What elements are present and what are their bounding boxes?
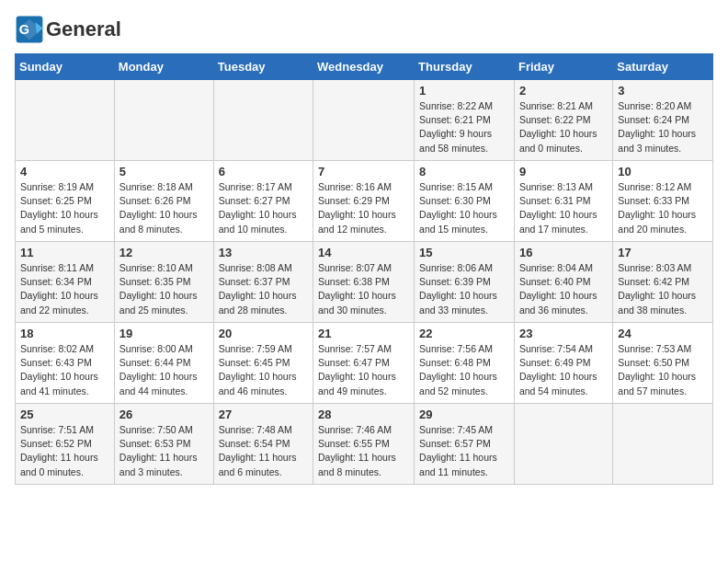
header: G General (15, 15, 713, 44)
day-info: Sunrise: 7:51 AM Sunset: 6:52 PM Dayligh… (20, 423, 109, 479)
weekday-header-thursday: Thursday (415, 54, 515, 80)
day-info: Sunrise: 8:07 AM Sunset: 6:38 PM Dayligh… (318, 261, 409, 317)
day-cell-20: 20Sunrise: 7:59 AM Sunset: 6:45 PM Dayli… (213, 323, 313, 404)
day-cell-11: 11Sunrise: 8:11 AM Sunset: 6:34 PM Dayli… (16, 242, 115, 323)
day-info: Sunrise: 7:56 AM Sunset: 6:48 PM Dayligh… (419, 342, 509, 398)
day-number: 10 (618, 165, 708, 178)
day-cell-15: 15Sunrise: 8:06 AM Sunset: 6:39 PM Dayli… (415, 242, 515, 323)
svg-text:G: G (19, 22, 29, 37)
day-cell-empty (114, 80, 213, 161)
day-number: 11 (20, 246, 109, 259)
day-info: Sunrise: 8:10 AM Sunset: 6:35 PM Dayligh… (119, 261, 209, 317)
day-number: 5 (119, 165, 209, 178)
day-cell-empty (313, 80, 415, 161)
day-info: Sunrise: 7:48 AM Sunset: 6:54 PM Dayligh… (219, 423, 308, 479)
day-info: Sunrise: 7:46 AM Sunset: 6:55 PM Dayligh… (318, 423, 409, 479)
logo-text: General (46, 19, 121, 40)
day-number: 18 (20, 327, 109, 340)
day-number: 7 (318, 165, 409, 178)
day-cell-empty (16, 80, 115, 161)
weekday-header-sunday: Sunday (16, 54, 115, 80)
day-number: 14 (318, 246, 409, 259)
day-number: 12 (119, 246, 209, 259)
day-number: 26 (119, 408, 209, 421)
day-number: 23 (519, 327, 608, 340)
weekday-header-friday: Friday (514, 54, 612, 80)
day-info: Sunrise: 8:15 AM Sunset: 6:30 PM Dayligh… (419, 180, 509, 236)
day-cell-27: 27Sunrise: 7:48 AM Sunset: 6:54 PM Dayli… (213, 404, 313, 485)
day-cell-13: 13Sunrise: 8:08 AM Sunset: 6:37 PM Dayli… (213, 242, 313, 323)
day-cell-18: 18Sunrise: 8:02 AM Sunset: 6:43 PM Dayli… (16, 323, 115, 404)
day-cell-10: 10Sunrise: 8:12 AM Sunset: 6:33 PM Dayli… (613, 161, 713, 242)
day-number: 21 (318, 327, 409, 340)
day-info: Sunrise: 8:03 AM Sunset: 6:42 PM Dayligh… (618, 261, 708, 317)
day-cell-14: 14Sunrise: 8:07 AM Sunset: 6:38 PM Dayli… (313, 242, 415, 323)
day-number: 25 (20, 408, 109, 421)
day-cell-29: 29Sunrise: 7:45 AM Sunset: 6:57 PM Dayli… (415, 404, 515, 485)
day-number: 8 (419, 165, 509, 178)
calendar-table: SundayMondayTuesdayWednesdayThursdayFrid… (15, 53, 713, 485)
day-number: 20 (219, 327, 308, 340)
day-cell-19: 19Sunrise: 8:00 AM Sunset: 6:44 PM Dayli… (114, 323, 213, 404)
day-number: 27 (219, 408, 308, 421)
day-cell-7: 7Sunrise: 8:16 AM Sunset: 6:29 PM Daylig… (313, 161, 415, 242)
day-cell-12: 12Sunrise: 8:10 AM Sunset: 6:35 PM Dayli… (114, 242, 213, 323)
day-cell-24: 24Sunrise: 7:53 AM Sunset: 6:50 PM Dayli… (613, 323, 713, 404)
day-info: Sunrise: 8:20 AM Sunset: 6:24 PM Dayligh… (618, 99, 708, 155)
day-number: 19 (119, 327, 209, 340)
day-info: Sunrise: 8:04 AM Sunset: 6:40 PM Dayligh… (519, 261, 608, 317)
day-cell-3: 3Sunrise: 8:20 AM Sunset: 6:24 PM Daylig… (613, 80, 713, 161)
weekday-header-tuesday: Tuesday (213, 54, 313, 80)
day-info: Sunrise: 8:00 AM Sunset: 6:44 PM Dayligh… (119, 342, 209, 398)
day-number: 16 (519, 246, 608, 259)
week-row-3: 11Sunrise: 8:11 AM Sunset: 6:34 PM Dayli… (16, 242, 713, 323)
day-info: Sunrise: 7:59 AM Sunset: 6:45 PM Dayligh… (219, 342, 308, 398)
day-number: 29 (419, 408, 509, 421)
day-number: 28 (318, 408, 409, 421)
week-row-2: 4Sunrise: 8:19 AM Sunset: 6:25 PM Daylig… (16, 161, 713, 242)
day-cell-4: 4Sunrise: 8:19 AM Sunset: 6:25 PM Daylig… (16, 161, 115, 242)
day-info: Sunrise: 8:02 AM Sunset: 6:43 PM Dayligh… (20, 342, 109, 398)
day-cell-21: 21Sunrise: 7:57 AM Sunset: 6:47 PM Dayli… (313, 323, 415, 404)
weekday-header-wednesday: Wednesday (313, 54, 415, 80)
day-cell-26: 26Sunrise: 7:50 AM Sunset: 6:53 PM Dayli… (114, 404, 213, 485)
weekday-header-row: SundayMondayTuesdayWednesdayThursdayFrid… (16, 54, 713, 80)
logo: G General (15, 15, 121, 44)
day-cell-2: 2Sunrise: 8:21 AM Sunset: 6:22 PM Daylig… (514, 80, 612, 161)
day-cell-17: 17Sunrise: 8:03 AM Sunset: 6:42 PM Dayli… (613, 242, 713, 323)
day-cell-9: 9Sunrise: 8:13 AM Sunset: 6:31 PM Daylig… (514, 161, 612, 242)
day-cell-25: 25Sunrise: 7:51 AM Sunset: 6:52 PM Dayli… (16, 404, 115, 485)
day-cell-empty (613, 404, 713, 485)
day-cell-23: 23Sunrise: 7:54 AM Sunset: 6:49 PM Dayli… (514, 323, 612, 404)
day-info: Sunrise: 7:54 AM Sunset: 6:49 PM Dayligh… (519, 342, 608, 398)
day-number: 24 (618, 327, 708, 340)
day-cell-22: 22Sunrise: 7:56 AM Sunset: 6:48 PM Dayli… (415, 323, 515, 404)
day-info: Sunrise: 8:08 AM Sunset: 6:37 PM Dayligh… (219, 261, 308, 317)
week-row-1: 1Sunrise: 8:22 AM Sunset: 6:21 PM Daylig… (16, 80, 713, 161)
day-cell-1: 1Sunrise: 8:22 AM Sunset: 6:21 PM Daylig… (415, 80, 515, 161)
day-number: 22 (419, 327, 509, 340)
day-cell-6: 6Sunrise: 8:17 AM Sunset: 6:27 PM Daylig… (213, 161, 313, 242)
weekday-header-monday: Monday (114, 54, 213, 80)
day-cell-empty (514, 404, 612, 485)
weekday-header-saturday: Saturday (613, 54, 713, 80)
day-info: Sunrise: 8:22 AM Sunset: 6:21 PM Dayligh… (419, 99, 509, 155)
day-cell-28: 28Sunrise: 7:46 AM Sunset: 6:55 PM Dayli… (313, 404, 415, 485)
day-number: 13 (219, 246, 308, 259)
day-info: Sunrise: 8:18 AM Sunset: 6:26 PM Dayligh… (119, 180, 209, 236)
week-row-5: 25Sunrise: 7:51 AM Sunset: 6:52 PM Dayli… (16, 404, 713, 485)
week-row-4: 18Sunrise: 8:02 AM Sunset: 6:43 PM Dayli… (16, 323, 713, 404)
day-info: Sunrise: 8:13 AM Sunset: 6:31 PM Dayligh… (519, 180, 608, 236)
day-info: Sunrise: 7:57 AM Sunset: 6:47 PM Dayligh… (318, 342, 409, 398)
day-info: Sunrise: 7:50 AM Sunset: 6:53 PM Dayligh… (119, 423, 209, 479)
day-cell-8: 8Sunrise: 8:15 AM Sunset: 6:30 PM Daylig… (415, 161, 515, 242)
day-cell-16: 16Sunrise: 8:04 AM Sunset: 6:40 PM Dayli… (514, 242, 612, 323)
day-number: 17 (618, 246, 708, 259)
day-info: Sunrise: 7:53 AM Sunset: 6:50 PM Dayligh… (618, 342, 708, 398)
day-info: Sunrise: 8:21 AM Sunset: 6:22 PM Dayligh… (519, 99, 608, 155)
day-number: 2 (519, 84, 608, 98)
logo-icon: G (15, 15, 44, 44)
day-number: 15 (419, 246, 509, 259)
day-info: Sunrise: 8:11 AM Sunset: 6:34 PM Dayligh… (20, 261, 109, 317)
day-info: Sunrise: 8:12 AM Sunset: 6:33 PM Dayligh… (618, 180, 708, 236)
